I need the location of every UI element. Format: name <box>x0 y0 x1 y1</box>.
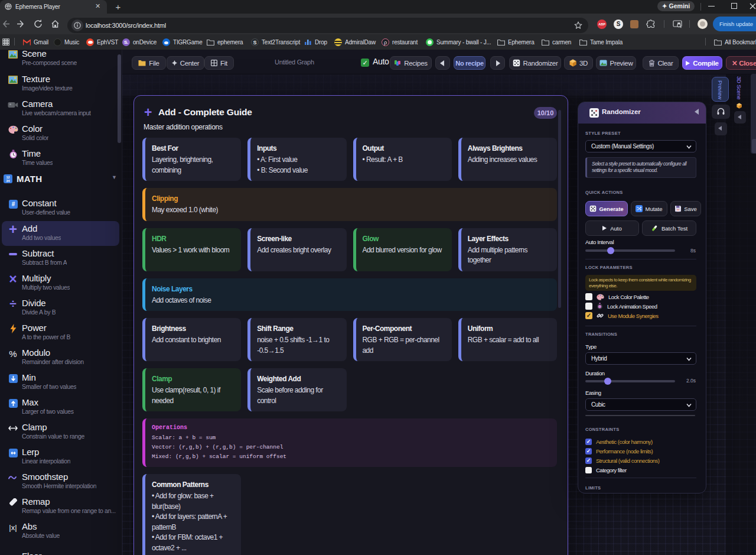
svg-text:#: # <box>11 201 15 207</box>
svg-text:34: 34 <box>6 179 10 183</box>
